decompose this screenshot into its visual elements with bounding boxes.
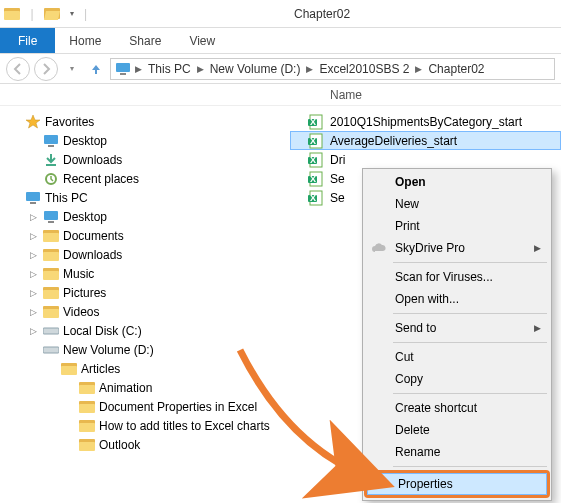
thispc-label: This PC <box>45 191 88 205</box>
ctx-copy[interactable]: Copy <box>365 368 549 390</box>
file-item[interactable]: X 2010Q1ShipmentsByCategory_start <box>290 112 561 131</box>
chevron-right-icon[interactable]: ▶ <box>195 64 206 74</box>
file-label: Se <box>330 191 345 205</box>
cloud-icon <box>371 240 387 256</box>
folder-icon <box>43 285 59 301</box>
ctx-separator <box>393 466 547 467</box>
ctx-send-to[interactable]: Send to ▶ <box>365 317 549 339</box>
ribbon: File Home Share View <box>0 28 561 54</box>
favorites-root[interactable]: Favorites <box>10 112 282 131</box>
ctx-open-with[interactable]: Open with... <box>365 288 549 310</box>
nav-articles-folder[interactable]: Articles <box>46 359 282 378</box>
ctx-label: Copy <box>395 372 423 386</box>
chevron-right-icon[interactable]: ▶ <box>413 64 424 74</box>
nav-new-volume-d[interactable]: New Volume (D:) <box>28 340 282 359</box>
back-button[interactable] <box>6 57 30 81</box>
nav-item-label: Music <box>63 267 94 281</box>
expand-icon[interactable]: ▷ <box>28 250 39 260</box>
nav-folder-outlook[interactable]: Outlook <box>64 435 282 454</box>
nav-folder-animation[interactable]: Animation <box>64 378 282 397</box>
file-label: Dri <box>330 153 345 167</box>
file-item[interactable]: X Dri <box>290 150 561 169</box>
expand-icon[interactable]: ▷ <box>28 326 39 336</box>
nav-item-label: Animation <box>99 381 152 395</box>
column-name[interactable]: Name <box>324 88 362 102</box>
excel-file-icon: X <box>308 152 324 168</box>
folder-icon <box>79 380 95 396</box>
ctx-label: Create shortcut <box>395 401 477 415</box>
svg-rect-36 <box>79 442 95 451</box>
tab-view[interactable]: View <box>175 28 229 53</box>
nav-toolbar: ▾ ▶ This PC ▶ New Volume (D:) ▶ Excel201… <box>0 54 561 84</box>
context-menu: Open New Print SkyDrive Pro ▶ Scan for V… <box>362 168 552 501</box>
recent-icon <box>43 171 59 187</box>
thispc-root[interactable]: This PC <box>10 188 282 207</box>
nav-desktop[interactable]: ▷Desktop <box>28 207 282 226</box>
nav-documents[interactable]: ▷Documents <box>28 226 282 245</box>
ctx-create-shortcut[interactable]: Create shortcut <box>365 397 549 419</box>
svg-rect-7 <box>44 135 58 144</box>
ctx-print[interactable]: Print <box>365 215 549 237</box>
folder-icon <box>43 304 59 320</box>
nav-item-label: New Volume (D:) <box>63 343 154 357</box>
tab-home[interactable]: Home <box>55 28 115 53</box>
folder-icon <box>43 247 59 263</box>
chevron-right-icon[interactable]: ▶ <box>133 64 144 74</box>
ctx-skydrive[interactable]: SkyDrive Pro ▶ <box>365 237 549 259</box>
expand-icon[interactable]: ▷ <box>28 288 39 298</box>
chevron-right-icon[interactable]: ▶ <box>304 64 315 74</box>
svg-rect-5 <box>120 73 126 75</box>
svg-rect-18 <box>43 252 59 261</box>
nav-videos[interactable]: ▷Videos <box>28 302 282 321</box>
nav-folder-doc-properties[interactable]: Document Properties in Excel <box>64 397 282 416</box>
drive-icon <box>43 323 59 339</box>
breadcrumb-item[interactable]: This PC <box>146 62 193 76</box>
nav-folder-chart-titles[interactable]: How to add titles to Excel charts <box>64 416 282 435</box>
address-bar[interactable]: ▶ This PC ▶ New Volume (D:) ▶ Excel2010S… <box>110 58 555 80</box>
ctx-label: Rename <box>395 445 440 459</box>
expand-icon[interactable]: ▷ <box>28 307 39 317</box>
ctx-open[interactable]: Open <box>365 171 549 193</box>
nav-recent-places[interactable]: Recent places <box>28 169 282 188</box>
folder-icon <box>79 437 95 453</box>
nav-downloads[interactable]: ▷Downloads <box>28 245 282 264</box>
nav-music[interactable]: ▷Music <box>28 264 282 283</box>
breadcrumb-item[interactable]: Chapter02 <box>426 62 486 76</box>
breadcrumb-item[interactable]: Excel2010SBS 2 <box>317 62 411 76</box>
annotation-highlight: Properties <box>364 470 550 498</box>
ctx-cut[interactable]: Cut <box>365 346 549 368</box>
qat-chevron-icon[interactable]: ▾ <box>64 6 80 22</box>
folder-open-icon[interactable] <box>44 6 60 22</box>
svg-rect-25 <box>43 328 59 334</box>
svg-rect-26 <box>43 347 59 353</box>
forward-button[interactable] <box>34 57 58 81</box>
svg-rect-20 <box>43 271 59 280</box>
favorites-label: Favorites <box>45 115 94 129</box>
ctx-new[interactable]: New <box>365 193 549 215</box>
ctx-delete[interactable]: Delete <box>365 419 549 441</box>
nav-item-label: Downloads <box>63 153 122 167</box>
nav-desktop[interactable]: Desktop <box>28 131 282 150</box>
folder-icon <box>61 361 77 377</box>
nav-item-label: Documents <box>63 229 124 243</box>
ctx-rename[interactable]: Rename <box>365 441 549 463</box>
ctx-scan[interactable]: Scan for Viruses... <box>365 266 549 288</box>
expand-icon[interactable]: ▷ <box>28 231 39 241</box>
up-button[interactable] <box>86 59 106 79</box>
nav-pictures[interactable]: ▷Pictures <box>28 283 282 302</box>
nav-downloads[interactable]: Downloads <box>28 150 282 169</box>
ctx-label: Cut <box>395 350 414 364</box>
ctx-properties[interactable]: Properties <box>367 473 547 495</box>
file-item-selected[interactable]: X AverageDeliveries_start <box>290 131 561 150</box>
nav-item-label: Videos <box>63 305 99 319</box>
svg-rect-16 <box>43 233 59 242</box>
expand-icon[interactable]: ▷ <box>28 269 39 279</box>
tab-share[interactable]: Share <box>115 28 175 53</box>
svg-rect-34 <box>79 423 95 432</box>
breadcrumb-item[interactable]: New Volume (D:) <box>208 62 303 76</box>
file-tab[interactable]: File <box>0 28 55 53</box>
nav-local-disk-c[interactable]: ▷Local Disk (C:) <box>28 321 282 340</box>
nav-item-label: Recent places <box>63 172 139 186</box>
recent-locations-button[interactable]: ▾ <box>62 59 82 79</box>
expand-icon[interactable]: ▷ <box>28 212 39 222</box>
